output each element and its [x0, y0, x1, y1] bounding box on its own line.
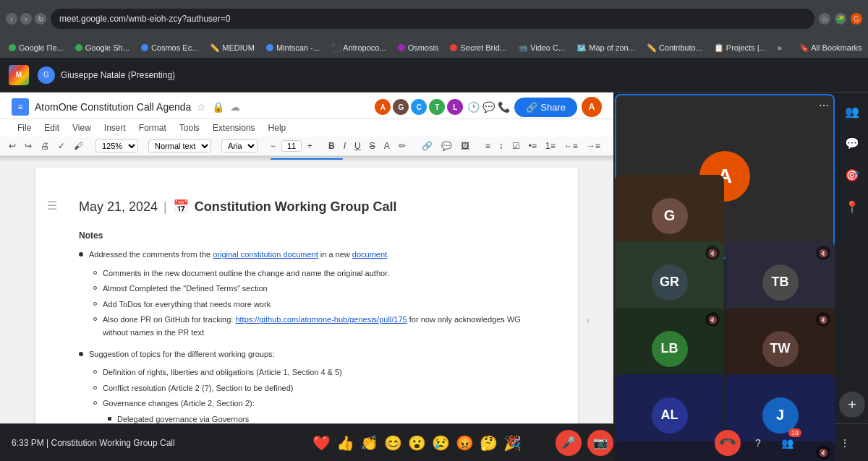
print-button[interactable]: 🖨: [38, 139, 52, 152]
bookmark-5[interactable]: Mintscan -...: [263, 42, 323, 53]
emoji-angry[interactable]: 😡: [454, 433, 475, 453]
redo-button[interactable]: ↪: [22, 139, 35, 152]
menu-extensions[interactable]: Extensions: [207, 121, 261, 135]
font-size-decrease[interactable]: −: [268, 139, 278, 152]
bullet-list-button[interactable]: •≡: [526, 139, 540, 152]
menu-format[interactable]: Format: [133, 121, 172, 135]
emoji-clap[interactable]: 👏: [359, 433, 380, 453]
sidebar-activities-icon[interactable]: 🎯: [839, 162, 865, 188]
history-icon[interactable]: 🕐: [467, 101, 480, 113]
link-original-constitution[interactable]: original constitution document: [213, 250, 318, 259]
indent-decrease[interactable]: ←≡: [561, 139, 581, 152]
bookmark-8[interactable]: Secret Brid...: [447, 42, 509, 53]
emoji-thinking[interactable]: 🤔: [478, 433, 499, 453]
browser-chrome: ‹ › ↻ meet.google.com/wmb-eioh-zcy?authu…: [0, 0, 868, 38]
bookmark-3[interactable]: Cosmos Ec...: [138, 42, 201, 53]
bookmark-1[interactable]: Google Пе...: [6, 42, 67, 53]
mic-button[interactable]: 🎤: [556, 430, 582, 456]
forward-button[interactable]: ›: [20, 13, 32, 25]
text-color-button[interactable]: A: [381, 139, 393, 152]
sub-bullet-1-4: Also done PR on GitHub for tracking: htt…: [79, 314, 535, 339]
call-icon[interactable]: 📞: [498, 101, 510, 113]
align-button[interactable]: ≡: [482, 139, 493, 152]
strikethrough-button[interactable]: S: [367, 139, 378, 152]
menu-help[interactable]: Help: [263, 121, 292, 135]
all-bookmarks[interactable]: 🔖 All Bookmarks: [796, 42, 865, 54]
sidebar-chat-icon[interactable]: 💬: [839, 130, 865, 156]
bookmark-2[interactable]: Google Sh...: [72, 42, 132, 53]
menu-file[interactable]: File: [12, 121, 37, 135]
text-style-select[interactable]: Normal text Heading 1 Heading 2: [148, 139, 211, 152]
notes-heading: Notes: [79, 229, 535, 243]
link-github-pr[interactable]: https://github.com/atomone-hub/genesis/p…: [235, 315, 407, 324]
paint-format-button[interactable]: 🖌: [71, 139, 85, 152]
share-button[interactable]: 🔗 Share: [514, 98, 577, 117]
emoji-smile[interactable]: 😊: [383, 433, 404, 453]
bookmark-button[interactable]: ☆: [819, 13, 830, 25]
add-tile-button[interactable]: +: [839, 392, 865, 418]
comment-icon[interactable]: 💬: [482, 101, 495, 113]
indent-increase[interactable]: →≡: [584, 139, 603, 152]
menu-tools[interactable]: Tools: [174, 121, 205, 135]
camera-button[interactable]: 📷: [587, 430, 613, 456]
sub-sub-bullet-2-3-1-text: Delegated governance via Governors: [117, 413, 249, 423]
sub-bullet-1-2-text: Almost Completed the "Defined Terms" sec…: [103, 283, 268, 296]
profile-button[interactable]: G: [851, 13, 862, 25]
numbered-list-button[interactable]: 1≡: [542, 139, 558, 152]
checklist-button[interactable]: ☑: [509, 139, 523, 152]
back-button[interactable]: ‹: [6, 13, 17, 25]
address-bar[interactable]: meet.google.com/wmb-eioh-zcy?authuser=0: [51, 9, 814, 29]
bookmark-9[interactable]: 📹 Video C...: [515, 42, 568, 54]
spellcheck-button[interactable]: ✓: [55, 139, 68, 152]
font-select[interactable]: Arial: [221, 139, 258, 152]
bookmark-11[interactable]: ✏️ Contributo...: [644, 42, 705, 54]
image-button[interactable]: 🖼: [458, 139, 472, 152]
more-icon-bottom[interactable]: ⋮: [833, 431, 856, 454]
bookmarks-more[interactable]: »: [775, 42, 785, 53]
font-size-increase[interactable]: +: [305, 139, 315, 152]
link-document[interactable]: document: [352, 250, 387, 259]
bookmark-10[interactable]: 🗺️ Map of zon...: [574, 42, 638, 54]
user-account-avatar[interactable]: A: [582, 97, 602, 117]
highlight-button[interactable]: ✏: [396, 139, 409, 152]
line-spacing-button[interactable]: ↕: [496, 139, 506, 152]
doc-separator: |: [163, 197, 167, 217]
emoji-sad[interactable]: 😢: [430, 433, 451, 453]
doc-body[interactable]: ☰ May 21, 2024 | 📅 Constitution Working …: [0, 156, 613, 423]
star-icon[interactable]: ☆: [197, 101, 206, 113]
link-button[interactable]: 🔗: [419, 139, 435, 152]
comment-button[interactable]: 💬: [438, 139, 455, 152]
emoji-heart[interactable]: ❤️: [311, 433, 332, 453]
bookmark-6[interactable]: ⬛ Antropoco...: [328, 42, 389, 54]
sidebar-location-icon[interactable]: 📍: [839, 194, 865, 220]
scroll-right-handle[interactable]: ›: [586, 312, 590, 328]
font-size-input[interactable]: [281, 140, 302, 152]
bookmark-12[interactable]: 📋 Projects |...: [711, 42, 769, 54]
cloud-icon: ☁: [230, 101, 240, 113]
meet-header: M G Giuseppe Natale (Presenting): [0, 58, 868, 92]
help-icon[interactable]: ?: [746, 431, 770, 454]
sub-bullet-1-3: Add ToDos for everything that needs more…: [79, 298, 535, 311]
menu-insert[interactable]: Insert: [98, 121, 132, 135]
sidebar-people-icon[interactable]: 👥: [839, 98, 865, 124]
undo-button[interactable]: ↩: [6, 139, 19, 152]
emoji-party[interactable]: 🎉: [502, 433, 523, 453]
mute-vladimir: 🔇: [816, 445, 830, 460]
zoom-select[interactable]: 125% 100% 150%: [95, 139, 138, 152]
participants-icon-wrapper: 👥 19: [775, 431, 799, 454]
underline-button[interactable]: U: [352, 139, 364, 152]
avatar-trevor: TW: [762, 331, 799, 367]
reload-button[interactable]: ↻: [35, 13, 46, 25]
italic-button[interactable]: I: [341, 139, 349, 152]
document-area: ≡ AtomOne Constitution Call Agenda ☆ 🔒 ☁…: [0, 92, 613, 423]
menu-view[interactable]: View: [67, 121, 97, 135]
bookmark-7[interactable]: Osmosis: [395, 42, 442, 53]
emoji-thumbsup[interactable]: 👍: [335, 433, 356, 453]
bookmark-4[interactable]: ✏️ MEDIUM: [207, 42, 258, 54]
emoji-surprised[interactable]: 😮: [407, 433, 427, 453]
bold-button[interactable]: B: [326, 139, 338, 152]
menu-edit[interactable]: Edit: [38, 121, 65, 135]
more-options-adriana[interactable]: ⋯: [819, 100, 829, 111]
extensions-button[interactable]: 🧩: [835, 13, 846, 25]
nav-controls[interactable]: ‹ › ↻: [6, 13, 46, 25]
